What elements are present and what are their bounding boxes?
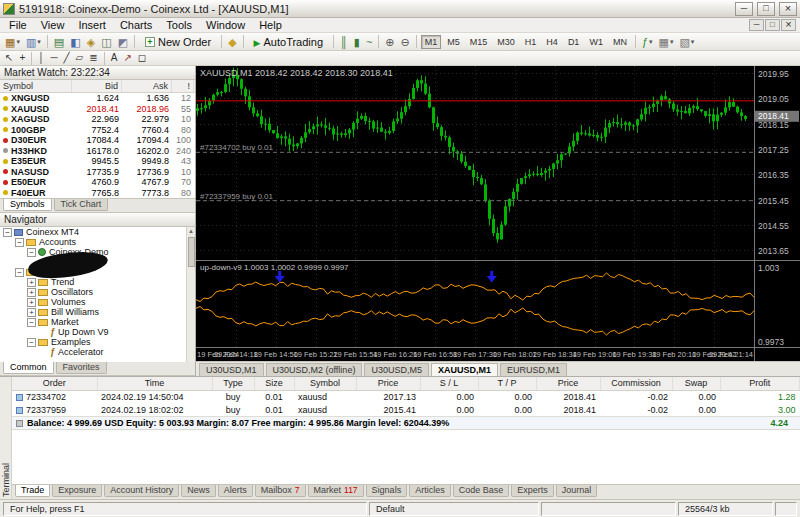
tab-tick-chart[interactable]: Tick Chart (54, 199, 109, 211)
orders-column-size[interactable]: Size (254, 377, 294, 390)
indicators-button[interactable]: ƒ▾ (639, 34, 656, 50)
menu-charts[interactable]: Charts (113, 18, 159, 32)
timeframe-m5[interactable]: M5 (443, 35, 464, 49)
market-watch-header[interactable]: Market Watch: 23:22:34 (0, 66, 195, 80)
timeframe-d1[interactable]: D1 (564, 35, 584, 49)
tree-item-coinexx-mt4[interactable]: −Coinexx MT4 (0, 227, 195, 237)
tab-journal[interactable]: Journal (556, 485, 598, 497)
horizontal-line-button[interactable]: ─ (47, 50, 60, 66)
zoom-out-button[interactable]: ⊖ (398, 34, 413, 50)
tab-account-history[interactable]: Account History (104, 485, 179, 497)
tab-trade[interactable]: Trade (15, 485, 50, 497)
balance-row[interactable]: Balance: 4 999.69 USD Equity: 5 003.93 M… (12, 416, 800, 430)
collapse-icon[interactable]: − (27, 318, 36, 327)
market-watch-row-xngusd[interactable]: XNGUSD1.6241.63612 (0, 93, 195, 104)
collapse-icon[interactable]: − (15, 268, 24, 277)
orders-column-time[interactable]: Time (97, 377, 212, 390)
market-watch-column-ask[interactable]: Ask (122, 80, 172, 92)
periods-button[interactable]: ▦▾ (656, 34, 677, 50)
arrows-button[interactable]: ↗ (120, 50, 134, 66)
tab-market[interactable]: Market117 (308, 485, 364, 497)
menu-insert[interactable]: Insert (71, 18, 113, 32)
tab-eurusd-m1[interactable]: EURUSD,M1 (500, 363, 567, 376)
line-chart-button[interactable]: ~ (363, 34, 375, 50)
collapse-icon[interactable]: − (27, 248, 36, 257)
trendline-button[interactable]: ╱ (61, 50, 73, 66)
tree-item-volumes[interactable]: +Volumes (0, 297, 195, 307)
data-window-button[interactable]: ◧ (67, 34, 83, 50)
mdi-restore-button[interactable] (765, 19, 780, 31)
market-watch-row-e35eur[interactable]: E35EUR9945.59949.843 (0, 156, 195, 167)
market-watch-row-h33hkd[interactable]: H33HKD16178.016202.0240 (0, 146, 195, 157)
market-watch-column-symbol[interactable]: Symbol (0, 80, 72, 92)
tab-common[interactable]: Common (3, 362, 54, 374)
zoom-in-button[interactable]: ⊕ (382, 34, 397, 50)
scroll-up-icon[interactable]: ▲ (188, 227, 194, 235)
tab-signals[interactable]: Signals (366, 485, 408, 497)
expand-icon[interactable]: + (27, 288, 36, 297)
tab-experts[interactable]: Experts (511, 485, 554, 497)
timeframe-m30[interactable]: M30 (493, 35, 519, 49)
tab-alerts[interactable]: Alerts (218, 485, 253, 497)
navigator-scrollbar[interactable]: ▲ (186, 227, 195, 362)
market-watch-row-xagusd[interactable]: XAGUSD22.96922.97910 (0, 114, 195, 125)
orders-column-price[interactable]: Price (356, 377, 420, 390)
crosshair-button[interactable]: + (16, 50, 28, 66)
timeframe-h4[interactable]: H4 (542, 35, 562, 49)
expand-icon[interactable]: + (27, 298, 36, 307)
terminal-button[interactable]: ◫ (98, 34, 114, 50)
tab-u30usd-m5[interactable]: U30USD,M5 (364, 363, 429, 376)
menu-help[interactable]: Help (252, 18, 289, 32)
market-watch-row-f40eur[interactable]: F40EUR7765.87773.880 (0, 188, 195, 199)
shapes-button[interactable]: ◻ (135, 50, 149, 66)
market-watch-column-bid[interactable]: Bid (72, 80, 122, 92)
vertical-line-button[interactable]: │ (35, 50, 47, 66)
metaeditor-button[interactable]: ◆ (225, 34, 239, 50)
cursor-button[interactable]: ↖ (2, 50, 16, 66)
tree-item-market[interactable]: −Market (0, 317, 195, 327)
tab-code-base[interactable]: Code Base (453, 485, 510, 497)
tab-articles[interactable]: Articles (409, 485, 451, 497)
tab-mailbox[interactable]: Mailbox7 (255, 485, 306, 497)
orders-column-s-l[interactable]: S / L (420, 377, 478, 390)
tree-item-accounts[interactable]: −Accounts (0, 237, 195, 247)
market-watch-column-[interactable]: ! (172, 80, 194, 92)
menu-view[interactable]: View (34, 18, 72, 32)
strategy-tester-button[interactable]: ◩ (115, 34, 131, 50)
close-button[interactable] (779, 2, 797, 16)
expand-icon[interactable]: + (27, 308, 36, 317)
collapse-icon[interactable]: − (15, 238, 24, 247)
navigator-header[interactable]: Navigator (0, 213, 195, 227)
tab-favorites[interactable]: Favorites (56, 362, 107, 374)
channel-button[interactable]: ▱ (73, 50, 87, 66)
market-watch-row-xauusd[interactable]: XAUUSD2018.412018.9655 (0, 104, 195, 115)
status-profile[interactable]: Default (369, 502, 539, 516)
price-chart-svg[interactable]: 2019.952019.052018.152017.252016.352015.… (196, 66, 800, 361)
menu-tools[interactable]: Tools (159, 18, 199, 32)
tree-item-trend[interactable]: +Trend (0, 277, 195, 287)
title-bar[interactable]: 5191918: Coinexx-Demo - Coinexx Ltd - [X… (0, 0, 800, 18)
menu-window[interactable]: Window (199, 18, 252, 32)
market-watch-row-nasusd[interactable]: NASUSD17735.917736.910 (0, 167, 195, 178)
new-chart-button[interactable]: ▦▾ (2, 34, 23, 50)
tab-xauusd-m1[interactable]: XAUUSD,M1 (431, 363, 498, 376)
profiles-button[interactable]: ▥▾ (23, 34, 44, 50)
tab-news[interactable]: News (181, 485, 216, 497)
fibonacci-button[interactable]: ≣ (86, 50, 100, 66)
maximize-button[interactable] (757, 2, 775, 16)
tree-item-accelerator[interactable]: ƒAccelerator (0, 347, 195, 357)
new-order-button[interactable]: New Order (138, 34, 218, 50)
navigator-button[interactable]: ◈ (84, 34, 98, 50)
minimize-button[interactable] (735, 2, 753, 16)
orders-column-t-p[interactable]: T / P (478, 377, 536, 390)
market-watch-row-100gbp[interactable]: 100GBP7752.47760.480 (0, 125, 195, 136)
templates-button[interactable]: ▧▾ (676, 34, 697, 50)
chart-canvas[interactable]: 2019.952019.052018.152017.252016.352015.… (196, 66, 800, 361)
timeframe-mn[interactable]: MN (609, 35, 631, 49)
expand-icon[interactable]: + (27, 278, 36, 287)
timeframe-m15[interactable]: M15 (466, 35, 492, 49)
mdi-minimize-button[interactable] (749, 19, 764, 31)
order-row-72334702[interactable]: 723347022024.02.19 14:50:04buy0.01xauusd… (12, 390, 800, 403)
orders-column-type[interactable]: Type (212, 377, 254, 390)
tab-u30usd-m1[interactable]: U30USD,M1 (199, 363, 264, 376)
